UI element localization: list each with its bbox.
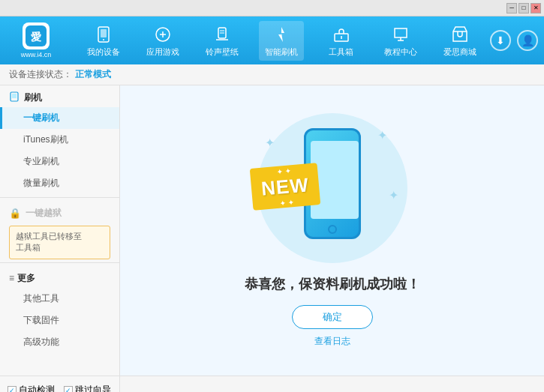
sidebar-item-advanced[interactable]: 高级功能 xyxy=(0,331,119,353)
success-message: 恭喜您，保资料刷机成功啦！ xyxy=(245,275,420,293)
new-badge-text: NEW xyxy=(260,173,309,200)
sidebar-item-download-firmware[interactable]: 下载固件 xyxy=(0,310,119,331)
flash-section-icon xyxy=(9,91,20,104)
nav-buy-device-label: 爱思商城 xyxy=(443,46,476,58)
sidebar-divider-2 xyxy=(0,262,119,263)
nav-smart-flash-label: 智能刷机 xyxy=(265,46,298,58)
nav-bar: 我的设备 应用游戏 铃声壁纸 智能刷机 工具箱 xyxy=(74,21,490,61)
header: 愛 www.i4.cn 我的设备 应用游戏 铃声壁纸 xyxy=(0,16,544,64)
new-badge: ✦ ✦ NEW ✦ ✦ xyxy=(249,163,320,211)
skip-wizard-label: 跳过向导 xyxy=(75,384,111,392)
bottom-right: V7.98.66 客服 微信公众号 检查更新 xyxy=(120,376,544,392)
title-bar: ─ □ ✕ xyxy=(0,0,544,16)
confirm-button[interactable]: 确定 xyxy=(292,305,373,329)
more-section-icon: ≡ xyxy=(9,273,14,283)
more-section-title: 更多 xyxy=(17,272,35,285)
content-area: ✦ ✦ ✦ ✦ ✦ NEW ✦ ✦ 恭喜您，保资料刷机成功啦！ 确定 查看日志 xyxy=(120,85,544,376)
tutorial-icon xyxy=(390,24,411,45)
download-btn[interactable]: ⬇ xyxy=(490,30,511,51)
my-device-icon xyxy=(93,24,114,45)
nav-toolbox[interactable]: 工具箱 xyxy=(319,21,364,61)
phone-illustration: ✦ ✦ ✦ ✦ ✦ NEW ✦ ✦ xyxy=(250,113,415,263)
nav-ringtone[interactable]: 铃声壁纸 xyxy=(200,21,245,61)
logo-url: www.i4.cn xyxy=(21,51,52,58)
nav-my-device[interactable]: 我的设备 xyxy=(81,21,126,61)
bottom-wrapper: ✓ 自动检测 ✓ 跳过向导 📱 iPhone 12 mini 64GB Down… xyxy=(0,376,544,392)
main-layout: 刷机 一键刷机 iTunes刷机 专业刷机 微量刷机 🔒 一键越狱 越狱工具已转… xyxy=(0,85,544,376)
sparkle-3: ✦ xyxy=(389,188,398,202)
user-btn[interactable]: 👤 xyxy=(517,30,538,51)
svg-rect-3 xyxy=(101,29,107,37)
nav-smart-flash[interactable]: 智能刷机 xyxy=(259,21,304,61)
skip-wizard-checkbox[interactable]: ✓ 跳过向导 xyxy=(64,384,111,392)
svg-rect-15 xyxy=(12,94,17,98)
maximize-btn[interactable]: □ xyxy=(518,3,529,13)
nav-my-device-label: 我的设备 xyxy=(87,46,120,58)
nav-tutorial[interactable]: 教程中心 xyxy=(378,21,423,61)
bottom-left: ✓ 自动检测 ✓ 跳过向导 📱 iPhone 12 mini 64GB Down… xyxy=(0,376,120,392)
phone-home xyxy=(328,225,337,234)
jailbreak-section-title: 一键越狱 xyxy=(26,207,62,220)
window-controls[interactable]: ─ □ ✕ xyxy=(506,3,541,13)
toolbox-icon xyxy=(331,24,352,45)
sidebar-section-more: ≡ 更多 xyxy=(0,266,119,288)
close-btn[interactable]: ✕ xyxy=(530,3,541,13)
apps-games-icon xyxy=(152,24,173,45)
checkbox-row: ✓ 自动检测 ✓ 跳过向导 xyxy=(8,381,112,392)
nav-tutorial-label: 教程中心 xyxy=(384,46,417,58)
logo-icon: 愛 xyxy=(23,22,50,49)
nav-toolbox-label: 工具箱 xyxy=(329,46,353,58)
jailbreak-note: 越狱工具已转移至工具箱 xyxy=(9,226,110,259)
svg-text:愛: 愛 xyxy=(31,31,42,43)
sidebar-item-mini-flash[interactable]: 微量刷机 xyxy=(0,172,119,194)
nav-apps-games[interactable]: 应用游戏 xyxy=(140,21,185,61)
sparkle-2: ✦ xyxy=(377,128,387,142)
again-link[interactable]: 查看日志 xyxy=(314,335,350,348)
nav-buy-device[interactable]: 爱思商城 xyxy=(437,21,482,61)
status-bar: 设备连接状态： 正常模式 xyxy=(0,64,544,85)
buy-device-icon xyxy=(449,24,470,45)
sidebar-section-jailbreak: 🔒 一键越狱 xyxy=(0,201,119,223)
flash-section-title: 刷机 xyxy=(24,91,42,104)
status-label: 设备连接状态： xyxy=(9,68,72,81)
header-actions: ⬇ 👤 xyxy=(490,30,538,51)
new-badge-bottom-stars: ✦ ✦ xyxy=(278,198,293,208)
auto-connect-box[interactable]: ✓ xyxy=(8,386,17,393)
minimize-btn[interactable]: ─ xyxy=(506,3,517,13)
skip-wizard-box[interactable]: ✓ xyxy=(64,386,73,393)
smart-flash-icon xyxy=(271,24,292,45)
sidebar: 刷机 一键刷机 iTunes刷机 专业刷机 微量刷机 🔒 一键越狱 越狱工具已转… xyxy=(0,85,120,376)
sidebar-item-pro-flash[interactable]: 专业刷机 xyxy=(0,151,119,172)
lock-icon: 🔒 xyxy=(9,208,21,219)
sidebar-item-itunes-flash[interactable]: iTunes刷机 xyxy=(0,129,119,151)
sidebar-divider-1 xyxy=(0,197,119,198)
sidebar-section-flash: 刷机 xyxy=(0,85,119,107)
logo[interactable]: 愛 www.i4.cn xyxy=(6,22,66,58)
auto-connect-label: 自动检测 xyxy=(19,384,55,392)
auto-connect-checkbox[interactable]: ✓ 自动检测 xyxy=(8,384,55,392)
status-value: 正常模式 xyxy=(75,68,111,81)
svg-point-4 xyxy=(103,39,104,40)
nav-apps-games-label: 应用游戏 xyxy=(146,46,179,58)
sidebar-item-one-click-flash[interactable]: 一键刷机 xyxy=(0,107,119,129)
ringtone-icon xyxy=(212,24,233,45)
sidebar-item-other-tools[interactable]: 其他工具 xyxy=(0,288,119,310)
sparkle-1: ✦ xyxy=(265,136,275,150)
nav-ringtone-label: 铃声壁纸 xyxy=(206,46,239,58)
